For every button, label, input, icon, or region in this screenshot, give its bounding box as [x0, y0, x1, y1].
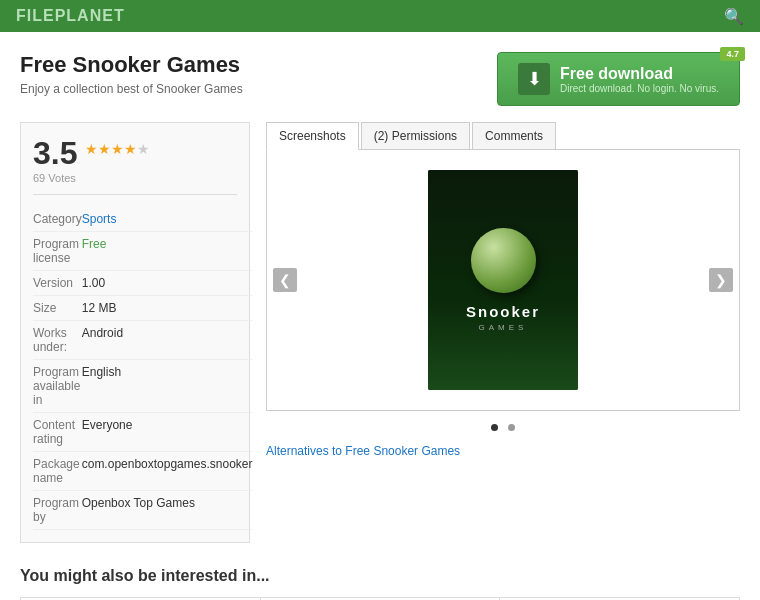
related-title: You might also be interested in...	[20, 567, 740, 585]
right-panel: Screenshots (2) Permissions Comments ❮ S…	[266, 122, 740, 543]
value-developer: Openbox Top Games	[82, 491, 253, 530]
screenshot-area: ❮ Snooker GAMES ❯	[266, 150, 740, 411]
download-badge: 4.7	[720, 47, 745, 61]
download-sublabel: Direct download. No login. No virus.	[560, 83, 719, 94]
label-package: Package name	[33, 452, 82, 491]
download-button[interactable]: ⬇ Free download Direct download. No logi…	[497, 52, 740, 106]
content-area: 3.5 ★★★★★ 69 Votes Category Sports Progr…	[20, 122, 740, 543]
label-size: Size	[33, 296, 82, 321]
alternatives-anchor[interactable]: Alternatives to Free Snooker Games	[266, 444, 460, 458]
title-area: Free Snooker Games Enjoy a collection be…	[20, 52, 740, 106]
logo-file: FILE	[16, 7, 55, 24]
screenshot-image: Snooker GAMES	[428, 170, 578, 390]
table-row: Program available in English	[33, 360, 252, 413]
dot-1[interactable]	[491, 424, 498, 431]
rating-score: 3.5	[33, 135, 77, 172]
related-section: You might also be interested in... 🎱 3 B…	[20, 567, 740, 600]
table-row: Size 12 MB	[33, 296, 252, 321]
info-table: Category Sports Program license Free Ver…	[33, 207, 252, 530]
site-logo[interactable]: FILEPLANET	[16, 7, 125, 25]
value-content: Everyone	[82, 413, 253, 452]
label-developer: Program by	[33, 491, 82, 530]
label-category: Category	[33, 207, 82, 232]
next-screenshot-button[interactable]: ❯	[709, 268, 733, 292]
tab-permissions[interactable]: (2) Permissions	[361, 122, 470, 149]
page-subtitle: Enjoy a collection best of Snooker Games	[20, 82, 243, 96]
page-title: Free Snooker Games	[20, 52, 243, 78]
info-panel: 3.5 ★★★★★ 69 Votes Category Sports Progr…	[20, 122, 250, 543]
download-text: Free download Direct download. No login.…	[560, 65, 719, 94]
prev-screenshot-button[interactable]: ❮	[273, 268, 297, 292]
table-row: Package name com.openboxtopgames.snooker	[33, 452, 252, 491]
tab-bar: Screenshots (2) Permissions Comments	[266, 122, 740, 150]
value-works: Android	[82, 321, 253, 360]
table-row: Program by Openbox Top Games	[33, 491, 252, 530]
label-language: Program available in	[33, 360, 82, 413]
label-content: Content rating	[33, 413, 82, 452]
rating-float: 3.5 ★★★★★ 69 Votes	[33, 135, 237, 184]
value-license[interactable]: Free	[82, 237, 107, 251]
value-package: com.openboxtopgames.snooker	[82, 452, 253, 491]
table-row: Program license Free	[33, 232, 252, 271]
value-version: 1.00	[82, 271, 253, 296]
dot-2[interactable]	[508, 424, 515, 431]
votes-count: 69 Votes	[33, 172, 237, 184]
label-license: Program license	[33, 232, 82, 271]
rating-section: 3.5 ★★★★★ 69 Votes	[33, 135, 237, 195]
value-size: 12 MB	[82, 296, 253, 321]
table-row: Version 1.00	[33, 271, 252, 296]
value-category[interactable]: Sports	[82, 212, 117, 226]
page-content: Free Snooker Games Enjoy a collection be…	[0, 32, 760, 600]
tab-comments[interactable]: Comments	[472, 122, 556, 149]
label-version: Version	[33, 271, 82, 296]
screenshot-dots	[266, 419, 740, 434]
game-subtitle-text: GAMES	[479, 323, 528, 332]
site-header: FILEPLANET 🔍	[0, 0, 760, 32]
game-title-text: Snooker	[466, 303, 540, 320]
game-screenshot: Snooker GAMES	[428, 170, 578, 390]
table-row: Content rating Everyone	[33, 413, 252, 452]
download-label: Free download	[560, 65, 719, 83]
title-left: Free Snooker Games Enjoy a collection be…	[20, 52, 243, 96]
search-icon[interactable]: 🔍	[724, 7, 744, 26]
table-row: Category Sports	[33, 207, 252, 232]
label-works: Works under:	[33, 321, 82, 360]
download-icon: ⬇	[518, 63, 550, 95]
logo-planet: PLANET	[55, 7, 125, 24]
alternatives-link: Alternatives to Free Snooker Games	[266, 444, 740, 458]
value-language: English	[82, 360, 253, 413]
tab-screenshots[interactable]: Screenshots	[266, 122, 359, 150]
table-row: Works under: Android	[33, 321, 252, 360]
